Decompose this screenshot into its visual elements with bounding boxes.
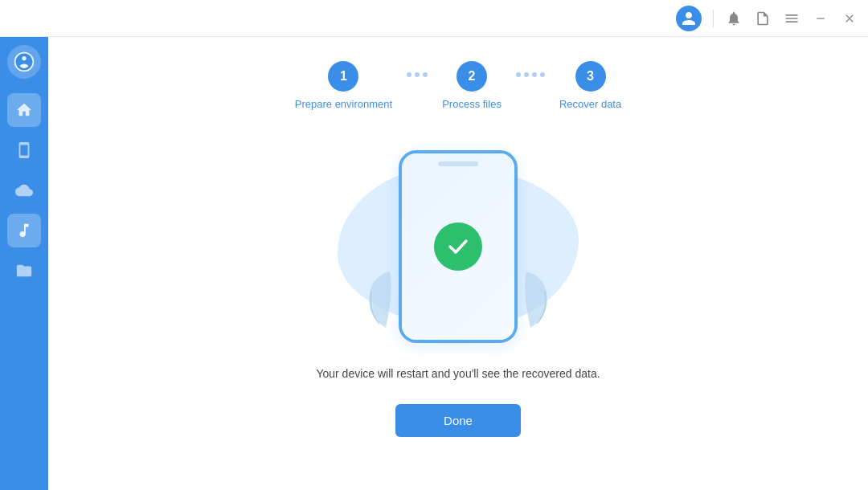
step-1: 1 Prepare environment: [295, 61, 392, 110]
step-2-circle: 2: [457, 61, 487, 92]
steps-indicator: 1 Prepare environment 2 Process files: [295, 61, 621, 110]
sidebar-item-device[interactable]: [7, 133, 41, 167]
step-1-circle: 1: [328, 61, 358, 92]
avatar-icon[interactable]: [676, 6, 702, 31]
content-area: 1 Prepare environment 2 Process files: [48, 37, 868, 490]
phone-screen: [402, 153, 514, 340]
menu-icon[interactable]: [783, 10, 800, 27]
recovery-message: Your device will restart and you'll see …: [316, 367, 600, 380]
phone-side-button-right: [516, 210, 518, 234]
sidebar-item-home[interactable]: [7, 93, 41, 127]
title-bar-icons: [676, 6, 858, 31]
app-logo[interactable]: [7, 45, 41, 79]
illustration: [313, 142, 603, 351]
step-dots-2: [502, 72, 559, 100]
sidebar: [0, 37, 48, 490]
dot: [524, 72, 529, 77]
sidebar-item-files[interactable]: [7, 254, 41, 288]
phone-illustration: [399, 150, 518, 343]
dot: [532, 72, 537, 77]
phone-side-button-left-1: [399, 202, 400, 218]
title-bar: [0, 0, 868, 37]
dot: [516, 72, 521, 77]
dot: [415, 72, 420, 77]
step-1-number: 1: [340, 69, 347, 84]
step-3-circle: 3: [575, 61, 606, 92]
dot: [407, 72, 411, 77]
bell-icon[interactable]: [725, 10, 743, 27]
step-3: 3 Recover data: [559, 61, 621, 110]
doc-icon[interactable]: [754, 10, 772, 27]
phone-side-button-left-2: [399, 224, 400, 240]
sidebar-item-cloud[interactable]: [7, 174, 41, 207]
step-3-number: 3: [587, 69, 594, 84]
dot: [540, 72, 545, 77]
minimize-button[interactable]: [812, 10, 829, 27]
step-2: 2 Process files: [442, 61, 502, 110]
step-dots-1: [392, 72, 442, 100]
main-layout: 1 Prepare environment 2 Process files: [0, 37, 868, 490]
step-3-label: Recover data: [559, 98, 621, 110]
sidebar-item-music[interactable]: [7, 214, 41, 247]
close-button[interactable]: [841, 10, 858, 27]
success-check-circle: [434, 223, 482, 271]
dot: [423, 72, 428, 77]
step-1-label: Prepare environment: [295, 98, 392, 110]
done-button[interactable]: Done: [395, 404, 521, 437]
step-2-number: 2: [469, 69, 476, 84]
step-2-label: Process files: [442, 98, 502, 110]
separator: [713, 10, 714, 27]
